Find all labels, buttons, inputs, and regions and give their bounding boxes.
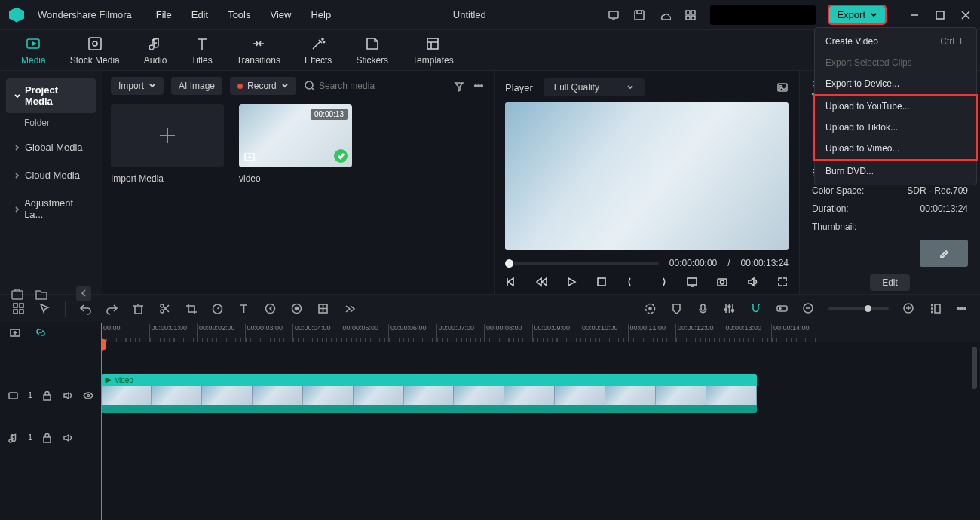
audio-track-header[interactable]: 1 [0, 416, 101, 458]
monitor-icon[interactable] [608, 9, 620, 21]
menu-edit[interactable]: Edit [191, 9, 208, 20]
video-track-row[interactable]: video [101, 374, 980, 416]
timeline-more-icon[interactable] [955, 302, 968, 315]
save-icon[interactable] [633, 9, 645, 21]
progress-slider[interactable] [505, 262, 659, 265]
layout-icon[interactable] [12, 302, 25, 315]
mixer-icon[interactable] [723, 302, 736, 315]
lock-icon[interactable] [41, 432, 53, 443]
stop-icon[interactable] [596, 276, 608, 288]
tab-stock-media[interactable]: Stock Media [70, 35, 120, 66]
menu-view[interactable]: View [270, 9, 291, 20]
sidebar-global-media[interactable]: Global Media [6, 136, 96, 159]
progress-handle[interactable] [505, 259, 513, 268]
playhead[interactable] [101, 323, 102, 520]
export-create-video[interactable]: Create Video Ctrl+E [815, 31, 976, 52]
player-viewport[interactable] [505, 102, 789, 250]
sidebar-cloud-media[interactable]: Cloud Media [6, 164, 96, 187]
undo-icon[interactable] [79, 302, 92, 315]
maximize-icon[interactable] [935, 10, 945, 20]
tab-audio[interactable]: Audio [144, 35, 167, 66]
zoom-out-icon[interactable] [802, 302, 815, 315]
rewind-icon[interactable] [535, 276, 547, 288]
link-icon[interactable] [35, 326, 47, 338]
search-media[interactable] [304, 80, 446, 92]
collapse-sidebar[interactable] [76, 286, 91, 301]
upload-youtube[interactable]: Upload to YouTube... [815, 96, 976, 117]
tab-transitions[interactable]: Transitions [237, 35, 280, 66]
track-display-icon[interactable] [929, 302, 942, 315]
media-thumbnail[interactable]: 00:00:13 [239, 104, 352, 167]
mark-in-icon[interactable] [626, 276, 638, 288]
play-icon[interactable] [565, 276, 577, 288]
video-clip[interactable]: video [101, 374, 757, 413]
focus-icon[interactable] [644, 302, 657, 315]
timeline-body[interactable]: 00:0000:00:01:0000:00:02:0000:00:03:0000… [101, 323, 980, 520]
mark-out-icon[interactable] [656, 276, 668, 288]
account-area[interactable] [710, 5, 816, 25]
delete-icon[interactable] [132, 302, 145, 315]
playback-quality-select[interactable]: Full Quality [544, 78, 645, 96]
thumbnail-preview[interactable] [920, 240, 968, 267]
snapshot-icon[interactable] [716, 276, 728, 288]
zoom-in-icon[interactable] [902, 302, 915, 315]
export-button[interactable]: Export [829, 6, 885, 23]
tab-templates[interactable]: Templates [412, 35, 454, 66]
sidebar-project-media[interactable]: Project Media [6, 78, 96, 113]
tab-titles[interactable]: Titles [191, 35, 212, 66]
magnet-snap-icon[interactable] [749, 302, 762, 315]
menu-tools[interactable]: Tools [228, 9, 250, 20]
import-dropdown[interactable]: Import [111, 77, 164, 95]
tab-effects[interactable]: Effects [305, 35, 332, 66]
track-add-icon[interactable] [9, 326, 21, 338]
lock-icon[interactable] [41, 390, 53, 401]
grid-icon[interactable] [684, 9, 697, 21]
record-dropdown[interactable]: Record [230, 77, 296, 95]
audio-track-row[interactable] [101, 425, 980, 458]
tab-media[interactable]: Media [21, 35, 46, 66]
add-to-timeline-icon[interactable] [243, 151, 256, 163]
export-to-device[interactable]: Export to Device... [815, 73, 976, 94]
more-icon[interactable] [473, 80, 485, 92]
mute-icon[interactable] [62, 432, 73, 443]
snapshot-image-icon[interactable] [776, 81, 789, 93]
eye-icon[interactable] [82, 390, 93, 401]
close-icon[interactable] [960, 10, 971, 20]
speed-icon[interactable] [211, 302, 224, 315]
sidebar-adjustment-layer[interactable]: Adjustment La... [6, 191, 96, 226]
upload-vimeo[interactable]: Upload to Vimeo... [815, 138, 976, 159]
filter-icon[interactable] [453, 80, 465, 92]
search-input[interactable] [319, 81, 446, 91]
mute-icon[interactable] [62, 390, 73, 401]
import-media-tile[interactable]: Import Media [111, 104, 224, 184]
edit-button[interactable]: Edit [870, 274, 910, 291]
color-icon[interactable] [317, 302, 329, 315]
fullscreen-icon[interactable] [776, 276, 789, 288]
video-track-header[interactable]: 1 [0, 374, 101, 416]
auto-ripple-icon[interactable] [776, 302, 789, 315]
minimize-icon[interactable] [909, 10, 920, 20]
new-folder-icon[interactable] [35, 287, 48, 301]
burn-dvd[interactable]: Burn DVD... [815, 161, 976, 182]
more-tools-icon[interactable] [343, 302, 356, 315]
tab-stickers[interactable]: Stickers [356, 35, 388, 66]
redo-icon[interactable] [106, 302, 118, 315]
display-icon[interactable] [686, 276, 698, 288]
media-item-video[interactable]: 00:00:13 video [239, 104, 352, 184]
timeline-ruler[interactable]: 00:0000:00:01:0000:00:02:0000:00:03:0000… [101, 323, 980, 342]
voiceover-icon[interactable] [697, 302, 709, 315]
split-icon[interactable] [158, 302, 171, 315]
ai-image-button[interactable]: AI Image [171, 77, 222, 95]
import-media-drop[interactable] [111, 104, 224, 167]
new-bin-icon[interactable] [11, 287, 24, 301]
sidebar-folder[interactable]: Folder [6, 118, 96, 128]
menu-help[interactable]: Help [311, 9, 331, 20]
prev-frame-icon[interactable] [505, 276, 517, 288]
cloud-icon[interactable] [659, 9, 671, 21]
text-icon[interactable] [237, 302, 250, 315]
pointer-icon[interactable] [38, 302, 51, 315]
upload-tiktok[interactable]: Upload to Tiktok... [815, 117, 976, 138]
zoom-slider[interactable] [828, 307, 889, 310]
volume-icon[interactable] [746, 276, 758, 288]
timeline-vscroll[interactable] [972, 347, 977, 389]
